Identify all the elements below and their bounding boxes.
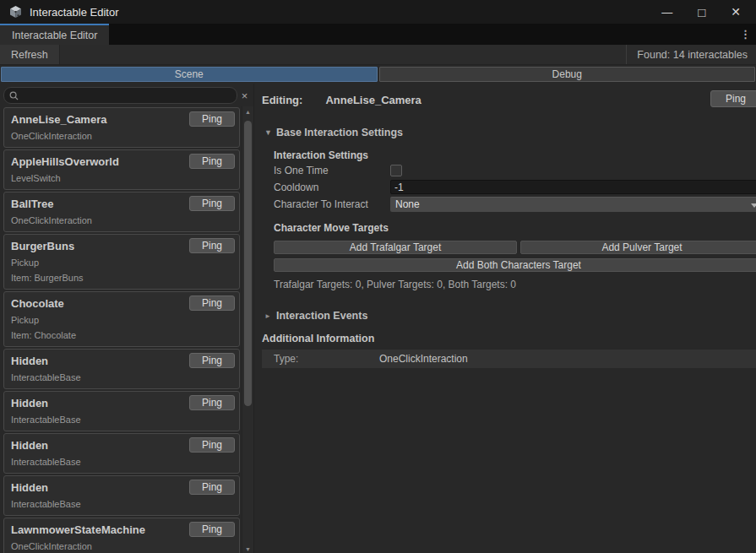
editing-label: Editing:	[262, 94, 302, 106]
interaction-settings-header: Interaction Settings	[274, 149, 756, 161]
list-item-ping-button[interactable]: Ping	[189, 480, 235, 495]
list-item-type: OneClickInteraction	[11, 215, 232, 226]
list-item-type: LevelSwitch	[11, 173, 232, 184]
list-item[interactable]: AppleHillsOverworld Ping LevelSwitch	[3, 149, 240, 190]
list-item[interactable]: BallTree Ping OneClickInteraction	[3, 192, 240, 232]
window-menu-icon[interactable]: ⋮	[735, 24, 756, 45]
list-item-extra: Item: Chocolate	[11, 330, 232, 341]
dropdown-arrow-icon	[751, 203, 756, 208]
add-both-label: Add Both Characters Target	[456, 259, 581, 271]
list-item-extra: Item: BurgerBuns	[11, 273, 232, 284]
close-icon[interactable]: ✕	[731, 6, 741, 18]
add-pulver-label: Add Pulver Target	[601, 241, 682, 253]
refresh-label: Refresh	[11, 49, 48, 61]
list-item[interactable]: BurgerBuns Ping Pickup Item: BurgerBuns	[3, 234, 240, 290]
list-item-ping-button[interactable]: Ping	[189, 295, 235, 311]
foldout-closed-icon: ►	[264, 312, 271, 320]
ping-label: Ping	[202, 523, 222, 535]
list-item-type: InteractableBase	[11, 372, 232, 383]
add-trafalgar-label: Add Trafalgar Target	[350, 241, 442, 253]
window-titlebar: Interactable Editor — □ ✕	[0, 0, 756, 24]
list-scrollbar[interactable]: ▲ ▼	[242, 106, 253, 553]
cooldown-value: -1	[394, 182, 404, 193]
unity-cube-icon	[8, 5, 23, 19]
ping-label: Ping	[202, 240, 222, 252]
list-item-type: InteractableBase	[11, 499, 232, 510]
window-title: Interactable Editor	[30, 6, 119, 19]
minimize-icon[interactable]: —	[661, 7, 672, 18]
search-row: ×	[0, 84, 253, 106]
character-dropdown-value: None	[395, 198, 420, 210]
events-foldout-label: Interaction Events	[276, 310, 367, 322]
character-to-interact-label: Character To Interact	[274, 198, 390, 210]
tab-debug[interactable]: Debug	[379, 67, 756, 82]
list-item-type: OneClickInteraction	[11, 541, 232, 552]
interactable-list: AnneLise_Camera Ping OneClickInteraction…	[0, 106, 242, 553]
scrollbar-thumb[interactable]	[244, 121, 252, 406]
tab-scene[interactable]: Scene	[1, 67, 378, 82]
maximize-icon[interactable]: □	[698, 6, 705, 19]
editing-ping-button[interactable]: Ping	[710, 90, 756, 107]
list-item[interactable]: LawnmowerStateMachine Ping OneClickInter…	[3, 518, 240, 553]
ping-label: Ping	[202, 355, 222, 366]
list-item[interactable]: Hidden Ping InteractableBase	[3, 433, 240, 474]
list-item-ping-button[interactable]: Ping	[189, 238, 235, 253]
ping-label: Ping	[202, 113, 222, 125]
dock-tab-interactable-editor[interactable]: Interactable Editor	[0, 24, 109, 45]
refresh-button[interactable]: Refresh	[0, 45, 60, 64]
scroll-up-icon[interactable]: ▲	[242, 106, 253, 117]
character-move-targets-header: Character Move Targets	[274, 222, 756, 234]
found-count-label: Found: 14 interactables	[626, 45, 756, 64]
list-item-ping-button[interactable]: Ping	[189, 154, 235, 169]
scroll-down-icon[interactable]: ▼	[242, 544, 253, 553]
list-item-type: InteractableBase	[11, 415, 232, 426]
list-item[interactable]: Hidden Ping InteractableBase	[3, 475, 240, 516]
dock-tab-label: Interactable Editor	[12, 30, 97, 41]
cooldown-field[interactable]: -1	[390, 180, 756, 194]
editing-ping-label: Ping	[726, 93, 746, 105]
scrollbar-track[interactable]	[242, 117, 253, 544]
editor-panel: Editing: AnneLise_Camera Ping ▼ Base Int…	[254, 84, 756, 553]
search-input[interactable]	[22, 89, 231, 101]
search-field[interactable]	[3, 87, 237, 104]
add-trafalgar-target-button[interactable]: Add Trafalgar Target	[274, 241, 517, 254]
list-item-type: OneClickInteraction	[11, 131, 232, 142]
list-item-type: Pickup	[11, 258, 232, 268]
is-one-time-label: Is One Time	[274, 165, 390, 176]
list-item-ping-button[interactable]: Ping	[189, 522, 235, 537]
tab-debug-label: Debug	[552, 68, 582, 80]
type-label: Type:	[274, 353, 379, 365]
list-item-ping-button[interactable]: Ping	[189, 196, 235, 211]
ping-label: Ping	[202, 297, 222, 309]
list-item-ping-button[interactable]: Ping	[189, 111, 235, 127]
add-both-characters-target-button[interactable]: Add Both Characters Target	[274, 258, 756, 272]
interaction-events-foldout[interactable]: ► Interaction Events	[264, 310, 756, 322]
view-tab-bar: Scene Debug	[0, 65, 756, 84]
type-value: OneClickInteraction	[379, 353, 468, 365]
ping-label: Ping	[202, 397, 222, 409]
list-item[interactable]: AnneLise_Camera Ping OneClickInteraction	[3, 107, 240, 148]
list-item-ping-button[interactable]: Ping	[189, 437, 235, 453]
is-one-time-checkbox[interactable]	[390, 165, 402, 176]
editing-target-name: AnneLise_Camera	[325, 94, 421, 106]
dock-tab-strip: Interactable Editor ⋮	[0, 24, 756, 45]
character-to-interact-dropdown[interactable]: None	[390, 197, 756, 212]
toolbar: Refresh Found: 14 interactables	[0, 45, 756, 65]
ping-label: Ping	[202, 155, 222, 167]
ping-label: Ping	[202, 481, 222, 493]
base-interaction-settings-foldout[interactable]: ▼ Base Interaction Settings	[264, 127, 756, 138]
foldout-open-icon: ▼	[264, 128, 271, 137]
list-item-ping-button[interactable]: Ping	[189, 353, 235, 368]
search-icon	[9, 91, 19, 100]
list-item[interactable]: Chocolate Ping Pickup Item: Chocolate	[3, 291, 240, 347]
targets-summary: Trafalgar Targets: 0, Pulver Targets: 0,…	[274, 279, 756, 290]
add-pulver-target-button[interactable]: Add Pulver Target	[520, 241, 756, 254]
list-item[interactable]: Hidden Ping InteractableBase	[3, 391, 240, 431]
cooldown-label: Cooldown	[274, 182, 390, 193]
list-item-ping-button[interactable]: Ping	[189, 395, 235, 410]
list-item[interactable]: Hidden Ping InteractableBase	[3, 349, 240, 389]
list-item-type: InteractableBase	[11, 457, 232, 468]
search-clear-icon[interactable]: ×	[237, 88, 252, 103]
ping-label: Ping	[202, 439, 222, 451]
type-info-row: Type: OneClickInteraction	[262, 350, 756, 368]
